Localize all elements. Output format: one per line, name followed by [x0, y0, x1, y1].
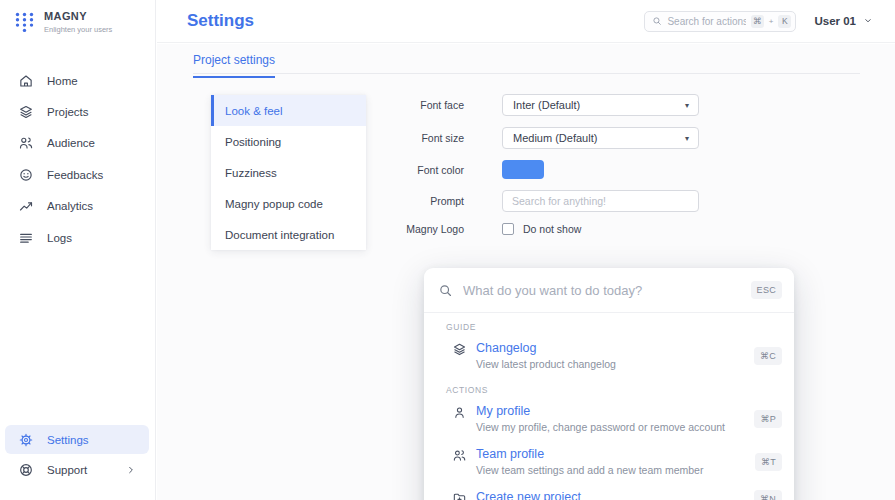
sidebar-item-settings[interactable]: Settings [5, 425, 149, 454]
cmd-key-badge: ⌘ [751, 15, 764, 28]
settings-nav-item-fuzziness[interactable]: Fuzziness [211, 157, 366, 188]
item-text: Create new project [476, 490, 581, 500]
sidebar-item-home[interactable]: Home [0, 65, 154, 96]
smiley-feedback-icon [18, 167, 34, 183]
shortcut-badge: ⌘C [754, 347, 782, 365]
settings-nav-item-document-integration[interactable]: Document integration [211, 219, 366, 250]
user-name: User 01 [814, 15, 856, 27]
font-face-label: Font face [394, 99, 464, 111]
item-subtitle: View latest product changelog [476, 358, 616, 370]
sidebar-item-logs[interactable]: Logs [0, 222, 154, 253]
palette-body: GUIDE Changelog View latest product chan… [424, 313, 794, 500]
palette-item-create-new-project[interactable]: Create new project ⌘N [424, 483, 794, 500]
user-menu[interactable]: User 01 [814, 15, 873, 27]
folder-plus-icon [452, 491, 467, 500]
section-label: ACTIONS [446, 385, 794, 395]
settings-nav-item-positioning[interactable]: Positioning [211, 126, 366, 157]
sidebar-item-label: Settings [47, 434, 89, 446]
shortcut-badge: ⌘P [754, 410, 782, 428]
form-row-font-color: Font color [394, 160, 699, 179]
form-row-font-face: Font face Inter (Default) ▾ [394, 94, 699, 116]
actions-search[interactable]: ⌘ + K [644, 11, 796, 32]
shortcut-badge: ⌘T [755, 453, 782, 471]
sidebar-item-label: Home [47, 75, 78, 87]
tab-divider [193, 73, 860, 74]
esc-key-badge: ESC [751, 281, 782, 299]
font-size-value: Medium (Default) [513, 132, 597, 144]
actions-search-input[interactable] [667, 16, 745, 27]
sidebar-item-support[interactable]: Support [5, 456, 149, 485]
font-color-label: Font color [394, 164, 464, 176]
font-color-swatch[interactable] [502, 160, 544, 179]
magny-logo-label: Magny Logo [394, 223, 464, 235]
layers-icon [452, 342, 467, 357]
palette-section-guide: GUIDE Changelog View latest product chan… [424, 322, 794, 377]
do-not-show-checkbox[interactable] [502, 223, 514, 235]
section-label: GUIDE [446, 322, 794, 332]
palette-item-team-profile[interactable]: Team profile View team settings and add … [424, 440, 794, 483]
prompt-input[interactable] [502, 190, 699, 212]
command-palette: ESC GUIDE Changelog View latest product … [424, 268, 794, 500]
sidebar: MAGNY Enlighten your users Home Projects… [0, 0, 156, 500]
layers-icon [18, 104, 34, 120]
sidebar-item-feedbacks[interactable]: Feedbacks [0, 159, 154, 190]
sidebar-nav: Home Projects Audience Feedbacks Analyti… [0, 65, 154, 253]
font-face-value: Inter (Default) [513, 99, 580, 111]
k-key-badge: K [778, 15, 791, 28]
settings-nav-item-popup-code[interactable]: Magny popup code [211, 188, 366, 219]
sidebar-item-audience[interactable]: Audience [0, 128, 154, 159]
brand-tagline: Enlighten your users [44, 25, 112, 34]
form-row-font-size: Font size Medium (Default) ▾ [394, 127, 699, 149]
gear-icon [18, 432, 34, 448]
sidebar-item-label: Support [47, 464, 87, 476]
plus-separator: + [769, 17, 774, 26]
home-icon [18, 73, 34, 89]
brand-name: MAGNY [44, 10, 112, 22]
sidebar-item-analytics[interactable]: Analytics [0, 191, 154, 222]
item-text: My profile View my profile, change passw… [476, 404, 725, 433]
lifebuoy-icon [18, 462, 34, 478]
sidebar-item-label: Logs [47, 232, 72, 244]
font-size-select[interactable]: Medium (Default) ▾ [502, 127, 699, 149]
item-title: Changelog [476, 341, 616, 355]
sidebar-item-label: Feedbacks [47, 169, 103, 181]
item-subtitle: View team settings and add a new team me… [476, 464, 703, 476]
settings-nav-item-look-feel[interactable]: Look & feel [211, 95, 366, 126]
palette-search-input[interactable] [463, 283, 741, 298]
item-subtitle: View my profile, change password or remo… [476, 421, 725, 433]
item-text: Changelog View latest product changelog [476, 341, 616, 370]
sidebar-item-label: Analytics [47, 200, 93, 212]
settings-nav: Look & feel Positioning Fuzziness Magny … [211, 95, 366, 250]
chevron-right-icon [125, 464, 137, 476]
brand-text: MAGNY Enlighten your users [44, 10, 112, 34]
form-row-logo: Magny Logo Do not show [394, 223, 699, 235]
header: Settings ⌘ + K User 01 [157, 0, 895, 43]
palette-section-actions: ACTIONS My profile View my profile, chan… [424, 385, 794, 500]
tab-project-settings[interactable]: Project settings [193, 53, 275, 78]
sidebar-item-label: Projects [47, 106, 89, 118]
item-title: My profile [476, 404, 725, 418]
palette-item-my-profile[interactable]: My profile View my profile, change passw… [424, 397, 794, 440]
palette-item-changelog[interactable]: Changelog View latest product changelog … [424, 334, 794, 377]
sidebar-bottom: Settings Support [0, 424, 154, 487]
prompt-label: Prompt [394, 195, 464, 207]
shortcut-badge: ⌘N [754, 490, 782, 500]
sidebar-item-projects[interactable]: Projects [0, 96, 154, 127]
font-face-select[interactable]: Inter (Default) ▾ [502, 94, 699, 116]
person-icon [452, 405, 467, 420]
item-title: Create new project [476, 490, 581, 500]
list-lines-icon [18, 230, 34, 246]
form-row-prompt: Prompt [394, 190, 699, 212]
app-window: MAGNY Enlighten your users Home Projects… [0, 0, 895, 500]
people-icon [452, 448, 467, 463]
magny-dots-logo-icon [13, 10, 36, 33]
palette-search[interactable]: ESC [424, 268, 794, 313]
look-feel-form: Font face Inter (Default) ▾ Font size Me… [394, 94, 699, 246]
page-title: Settings [187, 11, 254, 31]
do-not-show-label: Do not show [523, 223, 581, 235]
trend-up-icon [18, 198, 34, 214]
logo-checkbox-group: Do not show [502, 223, 581, 235]
caret-down-icon: ▾ [685, 101, 689, 110]
sidebar-item-label: Audience [47, 137, 95, 149]
caret-down-icon: ▾ [685, 134, 689, 143]
